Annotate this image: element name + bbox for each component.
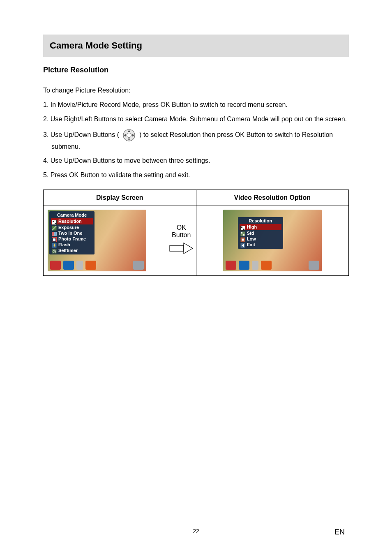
menu-item-flash: Flash xyxy=(51,242,93,247)
voice-tab-icon xyxy=(76,261,83,270)
two-in-one-icon xyxy=(52,231,57,236)
step-item: 4. Use Up/Down Buttons to move between t… xyxy=(43,156,349,166)
menu-item-label: Flash xyxy=(58,242,70,247)
page-footer: 22 EN xyxy=(0,528,392,540)
step-item: 3. Use Up/Down Buttons ( ) to select Res… xyxy=(43,129,349,152)
svg-rect-27 xyxy=(243,234,244,236)
svg-rect-13 xyxy=(53,238,55,241)
resolution-menu-panel: Resolution High Std xyxy=(238,217,283,248)
menu-title: Camera Mode xyxy=(51,212,93,218)
resolution-option-cell: Resolution High Std xyxy=(196,206,349,275)
language-label: EN xyxy=(334,528,345,536)
camera-mode-menu-panel: Camera Mode Resolution Exposure xyxy=(49,211,95,254)
table-header-left: Display Screen xyxy=(44,190,196,206)
settings-tab-icon xyxy=(309,261,319,270)
step-text-pre: Use Up/Down Buttons ( xyxy=(51,131,119,138)
camera-mode-screen: Camera Mode Resolution Exposure xyxy=(48,210,146,271)
menu-item-label: Exposure xyxy=(58,225,79,230)
svg-rect-24 xyxy=(243,229,244,230)
movie-tab-icon xyxy=(239,261,249,270)
menu-item-exposure: Exposure xyxy=(51,224,93,230)
menu-item-label: Two in One xyxy=(58,231,82,236)
svg-rect-11 xyxy=(55,232,57,236)
intro-text: To change Picture Resolution: xyxy=(43,87,349,94)
camera-tab-icon xyxy=(226,261,236,270)
selftimer-icon xyxy=(52,248,57,253)
camera-tab-icon xyxy=(50,261,61,270)
ok-button-label: OK Button xyxy=(167,224,196,239)
subsection-title: Picture Resolution xyxy=(43,66,349,74)
menu-item-selftimer: Selftimer xyxy=(51,247,93,253)
svg-rect-20 xyxy=(170,245,184,251)
low-res-icon xyxy=(240,236,245,241)
menu-item-label: High xyxy=(247,224,257,229)
menu-item-exit: Exit xyxy=(240,242,281,247)
voice-tab-icon xyxy=(252,261,258,270)
effect-tab-icon xyxy=(261,261,272,270)
svg-marker-21 xyxy=(184,243,193,254)
svg-point-1 xyxy=(127,133,131,137)
svg-rect-29 xyxy=(242,238,244,240)
menu-item-label: Std xyxy=(247,231,254,236)
table-header-right: Video Resolution Option xyxy=(196,190,349,206)
step-item: 5. Press OK Button to validate the setti… xyxy=(43,170,349,180)
menu-item-label: Exit xyxy=(247,242,255,247)
menu-item-low: Low xyxy=(240,236,281,242)
step-number: 1. xyxy=(43,101,48,108)
section-title: Camera Mode Setting xyxy=(50,40,342,51)
exit-icon xyxy=(240,242,245,247)
step-item: 2. Use Right/Left Buttons to select Came… xyxy=(43,114,349,125)
flash-icon xyxy=(52,242,57,247)
menu-item-label: Low xyxy=(247,236,256,241)
screens-table: Display Screen Video Resolution Option C… xyxy=(43,190,349,276)
settings-tab-icon xyxy=(133,261,144,270)
bottom-icon-row xyxy=(223,260,322,271)
svg-rect-8 xyxy=(55,223,56,224)
step-number: 5. xyxy=(43,171,48,178)
resolution-screen: Resolution High Std xyxy=(223,210,322,271)
high-res-icon xyxy=(240,225,245,230)
step-number: 3. xyxy=(43,131,48,138)
section-header-bar: Camera Mode Setting xyxy=(43,35,349,57)
svg-rect-7 xyxy=(53,221,54,222)
step-text: In Movie/Picture Record Mode, press OK B… xyxy=(51,101,288,108)
menu-item-std: Std xyxy=(240,230,281,236)
menu-item-photo-frame: Photo Frame xyxy=(51,236,93,242)
menu-item-label: Photo Frame xyxy=(58,236,86,241)
svg-rect-10 xyxy=(52,232,54,236)
menu-title: Resolution xyxy=(240,218,281,224)
svg-rect-23 xyxy=(241,227,242,228)
svg-rect-32 xyxy=(243,244,244,247)
exposure-icon xyxy=(52,225,57,230)
std-res-icon xyxy=(240,231,245,236)
step-number: 4. xyxy=(43,157,48,164)
menu-item-two-in-one: Two in One xyxy=(51,230,93,236)
step-text: Use Up/Down Buttons to move between thre… xyxy=(51,157,210,164)
display-screen-cell: Camera Mode Resolution Exposure xyxy=(44,206,196,275)
effect-tab-icon xyxy=(85,261,96,270)
menu-item-resolution: Resolution xyxy=(51,218,93,224)
bottom-icon-row xyxy=(48,260,146,271)
svg-rect-26 xyxy=(241,232,242,234)
ok-button-block: OK Button xyxy=(167,224,196,257)
resolution-icon xyxy=(52,219,57,224)
menu-item-high: High xyxy=(240,224,281,230)
step-text: Use Right/Left Buttons to select Camera … xyxy=(51,116,347,123)
step-item: 1. In Movie/Picture Record Mode, press O… xyxy=(43,100,349,110)
menu-item-label: Resolution xyxy=(58,219,82,224)
dpad-icon xyxy=(122,129,136,142)
menu-item-label: Selftimer xyxy=(58,248,78,253)
step-number: 2. xyxy=(43,116,48,123)
photo-frame-icon xyxy=(52,236,57,241)
steps-list: 1. In Movie/Picture Record Mode, press O… xyxy=(43,100,349,180)
step-text: Press OK Button to validate the setting … xyxy=(51,171,190,178)
movie-tab-icon xyxy=(63,261,74,270)
page-number: 22 xyxy=(193,528,199,534)
arrow-right-icon xyxy=(167,241,196,257)
